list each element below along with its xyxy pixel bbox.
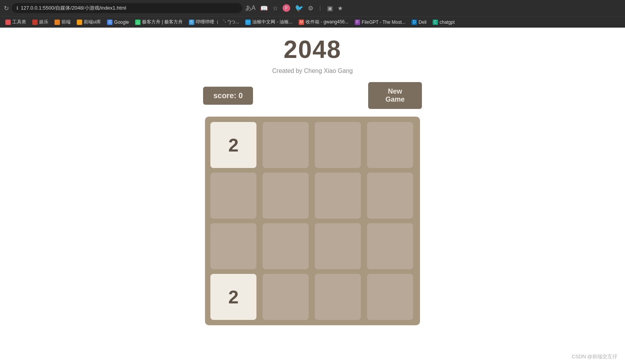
tile xyxy=(210,223,256,269)
bookmark-icon: B xyxy=(189,20,194,25)
tile xyxy=(367,122,413,168)
bookmark-icon: G xyxy=(107,20,112,25)
browser-nav-icons: ↻ xyxy=(4,5,9,12)
tile xyxy=(315,122,361,168)
bookmark-label: 哔哩哔哩（ ゜- °)つ... xyxy=(196,19,239,25)
divider: | xyxy=(319,5,321,12)
bookmark-chatgpt[interactable]: C chatgpt xyxy=(430,19,457,26)
bookmark-frontend[interactable]: 前端 xyxy=(52,18,73,26)
bookmark-icon: D xyxy=(412,20,417,25)
tile xyxy=(367,274,413,320)
translate-icon[interactable]: あA xyxy=(245,4,256,12)
bookmark-frontend-ui[interactable]: 前端ui库 xyxy=(74,18,103,26)
browser-chrome: ↻ ℹ 127.0.0.1:5500/自媒体/2048/小游戏/index1.h… xyxy=(0,0,625,28)
read-mode-icon[interactable]: 📖 xyxy=(260,5,268,12)
game-title: 2048 xyxy=(8,35,617,64)
bookmark-google[interactable]: G Google xyxy=(105,19,131,26)
bookmark-label: 前端 xyxy=(61,19,71,25)
star-icon[interactable]: ★ xyxy=(337,5,343,12)
score-box: score: 0 xyxy=(203,87,253,105)
tile xyxy=(263,122,309,168)
bookmark-label: Google xyxy=(114,20,129,25)
info-icon: ℹ xyxy=(17,5,18,11)
game-board: 22 xyxy=(205,117,420,325)
bookmark-dell[interactable]: D Dell xyxy=(409,19,429,26)
bookmark-gmail[interactable]: M 收件箱 - gwang456... xyxy=(296,18,351,26)
extension-icon-2[interactable]: ⚙ xyxy=(308,5,313,12)
bookmark-icon: 🐦 xyxy=(245,20,251,25)
bookmark-icon xyxy=(77,20,82,25)
tile xyxy=(210,173,256,219)
game-controls: score: 0 New Game xyxy=(205,82,420,109)
bookmark-icon: M xyxy=(299,20,304,25)
tile xyxy=(315,274,361,320)
bookmark-label: 油猴中文网 - 油猴... xyxy=(252,19,293,25)
bookmark-icon: F xyxy=(355,20,360,25)
bookmark-label: 收件箱 - gwang456... xyxy=(306,19,349,25)
bookmark-icon: C xyxy=(433,20,438,25)
new-game-button[interactable]: New Game xyxy=(368,82,422,109)
address-bar[interactable]: ℹ 127.0.0.1:5500/自媒体/2048/小游戏/index1.htm… xyxy=(12,3,242,13)
page-content: 2048 Created by Cheng Xiao Gang score: 0… xyxy=(0,28,625,364)
bookmark-label: 娱乐 xyxy=(39,19,48,25)
refresh-icon[interactable]: ↻ xyxy=(4,5,9,12)
extension-icon-1[interactable]: P xyxy=(283,4,290,12)
bookmark-label: 工具类 xyxy=(12,19,26,25)
sidebar-icon[interactable]: ▣ xyxy=(327,5,333,12)
twitter-icon[interactable]: 🐦 xyxy=(295,4,303,12)
score-value: 0 xyxy=(238,91,243,100)
browser-right-icons: あA 📖 ☆ P 🐦 ⚙ | ▣ ★ xyxy=(245,4,343,12)
tile: 2 xyxy=(210,274,256,320)
bookmark-label: Dell xyxy=(418,20,427,25)
bookmark-label: chatgpt xyxy=(440,20,455,25)
score-label: score: xyxy=(213,91,236,100)
bookmark-star-icon[interactable]: ☆ xyxy=(273,5,278,12)
tile xyxy=(263,274,309,320)
tile xyxy=(367,173,413,219)
bookmark-youhou[interactable]: 🐦 油猴中文网 - 油猴... xyxy=(243,18,295,26)
bookmark-label: FileGPT - The Most... xyxy=(362,20,405,25)
bookmarks-bar: 工具类 娱乐 前端 前端ui库 G Google △ 极客方舟 | 极客方舟 B… xyxy=(0,16,625,28)
tile: 2 xyxy=(210,122,256,168)
url-text: 127.0.0.1:5500/自媒体/2048/小游戏/index1.html xyxy=(21,5,126,12)
bookmark-icon: △ xyxy=(135,20,141,25)
tile xyxy=(315,223,361,269)
tile xyxy=(315,173,361,219)
bookmark-geek[interactable]: △ 极客方舟 | 极客方舟 xyxy=(133,18,185,26)
bookmark-tools[interactable]: 工具类 xyxy=(3,18,28,26)
bookmark-icon xyxy=(32,20,38,25)
tile xyxy=(367,223,413,269)
footer-text: CSDN @前端交互仔 xyxy=(572,353,617,360)
tile xyxy=(263,223,309,269)
bookmark-filegpt[interactable]: F FileGPT - The Most... xyxy=(352,19,408,26)
bookmark-entertainment[interactable]: 娱乐 xyxy=(30,18,51,26)
tile xyxy=(263,173,309,219)
browser-toolbar: ↻ ℹ 127.0.0.1:5500/自媒体/2048/小游戏/index1.h… xyxy=(0,0,625,16)
bookmark-label: 极客方舟 | 极客方舟 xyxy=(142,19,183,25)
game-subtitle: Created by Cheng Xiao Gang xyxy=(8,68,617,74)
bookmark-icon xyxy=(55,20,60,25)
bookmark-icon xyxy=(5,20,11,25)
bookmark-bilibili[interactable]: B 哔哩哔哩（ ゜- °)つ... xyxy=(187,18,241,26)
bookmark-label: 前端ui库 xyxy=(84,19,101,25)
